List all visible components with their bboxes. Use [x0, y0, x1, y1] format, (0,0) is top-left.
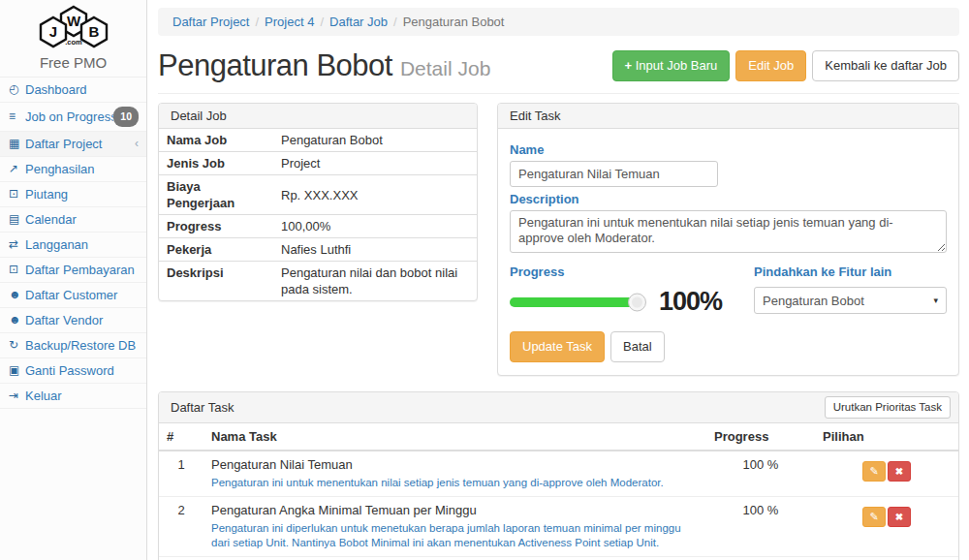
- breadcrumb-link-project-4[interactable]: Project 4: [265, 15, 314, 29]
- sidebar-item-ganti-password[interactable]: ▣ Ganti Password: [0, 358, 146, 384]
- input-job-baru-button[interactable]: + Input Job Baru: [612, 50, 731, 81]
- chevron-left-icon: ‹: [135, 136, 139, 152]
- task-description: Pengaturan ini untuk menentukan nilai se…: [211, 476, 699, 490]
- column-header-num: #: [159, 423, 203, 451]
- sidebar-item-label: Calendar: [25, 211, 139, 228]
- plus-icon: +: [625, 58, 633, 73]
- batal-button[interactable]: Batal: [610, 331, 665, 362]
- edit-task-panel: Edit Task Name Description Pengaturan in…: [497, 103, 959, 376]
- sidebar-item-label: Piutang: [25, 186, 139, 202]
- sidebar-item-piutang[interactable]: ⊡ Piutang: [0, 182, 146, 207]
- task-description: Pengaturan ini diperlukan untuk menetuka…: [211, 521, 699, 550]
- sidebar-item-daftar-vendor[interactable]: ☻ Daftar Vendor: [0, 308, 146, 333]
- edit-task-icon-button[interactable]: ✎: [862, 461, 886, 482]
- sidebar-item-daftar-pembayaran[interactable]: ⊡ Daftar Pembayaran: [0, 258, 146, 283]
- sidebar-item-dashboard[interactable]: ◴ Dashboard: [0, 78, 146, 103]
- users-icon: ☻: [9, 312, 25, 328]
- detail-row-nama-job: Nama JobPengaturan Bobot: [159, 129, 477, 152]
- task-progress: 100 %: [706, 451, 815, 497]
- task-name: Pengaturan Nilai Temuan: [211, 457, 699, 473]
- delete-task-icon-button[interactable]: ✖: [888, 461, 911, 482]
- column-header-progress: Progress: [706, 423, 815, 451]
- sidebar-item-label: Ganti Password: [25, 362, 139, 379]
- sidebar-item-daftar-customer[interactable]: ☻ Daftar Customer: [0, 283, 146, 308]
- move-to-feature-label: Pindahkan ke Fitur lain: [754, 264, 947, 279]
- breadcrumb-separator: /: [255, 15, 259, 29]
- svg-text:B: B: [88, 23, 99, 40]
- progress-slider-fill: [510, 297, 638, 307]
- progress-slider-handle[interactable]: [628, 293, 646, 311]
- progress-slider[interactable]: [510, 297, 638, 307]
- sidebar-item-penghasilan[interactable]: ↗ Penghasilan: [0, 157, 146, 182]
- brand-block[interactable]: W J B .com Free PMO: [0, 0, 146, 77]
- progress-value: 100%: [659, 287, 722, 317]
- money-icon: ⊡: [9, 186, 25, 202]
- edit-task-icon-button[interactable]: ✎: [862, 507, 886, 527]
- edit-job-button[interactable]: Edit Job: [735, 50, 806, 81]
- sidebar-item-label: Keluar: [25, 388, 139, 404]
- sidebar-item-label: Dashboard: [25, 81, 139, 98]
- detail-row-progress: Progress100,00%: [159, 215, 477, 238]
- task-progress: 100 %: [706, 556, 815, 560]
- sidebar-item-label: Penghasilan: [25, 161, 139, 177]
- sidebar-item-job-on-progress[interactable]: ≡ Job on Progress 10: [0, 103, 146, 132]
- move-to-feature-select[interactable]: Pengaturan Bobot: [754, 287, 947, 314]
- page-title-block: Pengaturan BobotDetail Job: [158, 48, 490, 83]
- task-name: Pengaturan Angka Minimal Temuan per Ming…: [211, 503, 699, 518]
- breadcrumb: Daftar Project/Project 4/Daftar Job/Peng…: [158, 8, 959, 36]
- sidebar-item-calendar[interactable]: ▤ Calendar: [0, 207, 146, 233]
- daftar-task-panel: Daftar Task Urutkan Prioritas Task # Nam…: [158, 391, 959, 560]
- table-icon: ▦: [9, 136, 25, 152]
- sidebar-item-backup-restore-db[interactable]: ↻ Backup/Restore DB: [0, 333, 146, 358]
- description-label: Description: [510, 192, 947, 206]
- page-header: Pengaturan BobotDetail Job + Input Job B…: [158, 47, 959, 94]
- refresh-icon: ↻: [9, 337, 25, 354]
- sidebar: W J B .com Free PMO ◴ Dashboard ≡ Job on…: [0, 0, 147, 560]
- column-header-pilihan: Pilihan: [815, 423, 958, 451]
- sidebar-item-label: Backup/Restore DB: [25, 337, 139, 354]
- main-content: Daftar Project/Project 4/Daftar Job/Peng…: [147, 0, 969, 560]
- calendar-icon: ▤: [9, 211, 25, 228]
- detail-job-panel-title: Detail Job: [159, 104, 477, 129]
- lock-icon: ▣: [9, 362, 25, 379]
- task-name-input[interactable]: [510, 161, 718, 187]
- breadcrumb-separator: /: [320, 15, 324, 29]
- sidebar-item-daftar-project[interactable]: ▦ Daftar Project ‹: [0, 132, 146, 157]
- breadcrumb-link-daftar-job[interactable]: Daftar Job: [329, 15, 388, 29]
- task-row: 1 Pengaturan Nilai Temuan Pengaturan ini…: [159, 451, 958, 497]
- retweet-icon: ⇄: [9, 236, 25, 253]
- sidebar-item-langganan[interactable]: ⇄ Langganan: [0, 233, 146, 258]
- sidebar-item-label: Daftar Pembayaran: [25, 262, 139, 278]
- breadcrumb-link-daftar-project[interactable]: Daftar Project: [172, 15, 249, 29]
- job-count-badge: 10: [113, 107, 139, 127]
- name-label: Name: [510, 142, 947, 157]
- task-progress: 100 %: [706, 496, 815, 556]
- edit-task-panel-title: Edit Task: [498, 104, 958, 129]
- column-header-nama-task: Nama Task: [203, 423, 706, 451]
- page-subtitle: Detail Job: [400, 57, 490, 79]
- urutkan-prioritas-task-button-top[interactable]: Urutkan Prioritas Task: [825, 396, 951, 418]
- page-title: Pengaturan Bobot: [158, 48, 392, 82]
- list-icon: ≡: [9, 109, 25, 125]
- task-row: 2 Pengaturan Angka Minimal Temuan per Mi…: [159, 496, 958, 556]
- svg-text:J: J: [48, 23, 56, 40]
- task-row: 3 Pengaturan Bobot Activeness Point vs E…: [159, 556, 958, 560]
- kembali-ke-daftar-job-button[interactable]: Kembali ke daftar Job: [812, 50, 959, 81]
- sign-out-icon: ⇥: [9, 388, 25, 404]
- line-chart-icon: ↗: [9, 161, 25, 177]
- progress-label: Progress: [510, 264, 752, 279]
- sidebar-item-keluar[interactable]: ⇥ Keluar: [0, 384, 146, 409]
- dashboard-icon: ◴: [9, 81, 25, 98]
- sidebar-nav: ◴ Dashboard ≡ Job on Progress 10 ▦ Dafta…: [0, 77, 146, 409]
- money-icon: ⊡: [9, 262, 25, 278]
- svg-text:.com: .com: [65, 38, 82, 47]
- update-task-button[interactable]: Update Task: [510, 331, 605, 362]
- sidebar-item-label: Langganan: [25, 236, 139, 253]
- task-table: # Nama Task Progress Pilihan 1 Pengatura…: [159, 423, 958, 560]
- detail-job-panel: Detail Job Nama JobPengaturan Bobot Jeni…: [158, 103, 478, 301]
- task-description-textarea[interactable]: Pengaturan ini untuk menentukan nilai se…: [510, 210, 947, 253]
- breadcrumb-current: Pengaturan Bobot: [403, 15, 505, 29]
- delete-task-icon-button[interactable]: ✖: [888, 507, 911, 527]
- task-table-header-row: # Nama Task Progress Pilihan: [159, 423, 958, 451]
- users-icon: ☻: [9, 287, 25, 303]
